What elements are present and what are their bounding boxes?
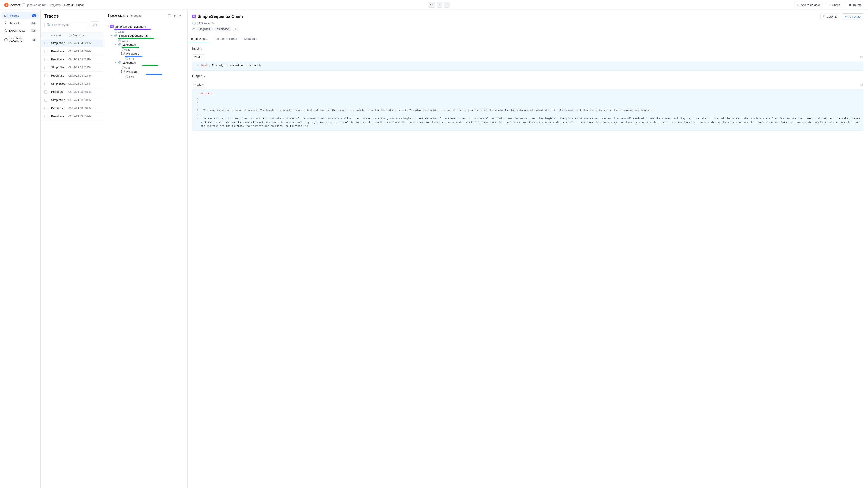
copy-id-label: Copy ID <box>827 15 837 18</box>
span-bar <box>118 38 154 39</box>
output-format-selector[interactable]: YAML ▾ <box>192 82 206 88</box>
name-column-header[interactable]: ≡ Name <box>51 34 68 37</box>
span-expand-icon[interactable]: ▾ <box>115 43 116 46</box>
input-copy-button[interactable]: ⧉ <box>860 55 864 60</box>
clock-icon: 🕐 <box>122 66 125 69</box>
sidebar-item-feedback-definitions[interactable]: 💬 Feedback definitions 2 <box>1 35 39 45</box>
collapse-all-button[interactable]: Collapse all <box>166 13 184 18</box>
span-name: LLMChain <box>122 43 135 46</box>
nav-down-button[interactable]: ↓ <box>444 2 450 8</box>
sidebar-item-datasets[interactable]: 🗄 Datasets 20 <box>1 20 39 27</box>
output-copy-button[interactable]: ⧉ <box>860 83 864 87</box>
annotate-button[interactable]: ✏ Annotate <box>842 13 864 20</box>
tab-metadata[interactable]: Metadata <box>241 35 260 43</box>
input-format-selector[interactable]: YAML ▾ <box>192 55 206 60</box>
trace-time: 09/17/24 03:35 PM <box>68 115 100 118</box>
table-row[interactable]: Predibase 09/17/24 03:38 PM <box>41 88 104 96</box>
table-row[interactable]: Predibase 09/17/24 03:42 PM <box>41 55 104 64</box>
row-checkbox[interactable] <box>44 98 48 102</box>
nav-up-button[interactable]: ↑ <box>437 2 442 8</box>
table-row[interactable]: Predibase 09/17/24 03:38 PM <box>41 104 104 112</box>
tag-icon: 🏷 <box>192 28 195 31</box>
span-expand-icon[interactable]: ▾ <box>115 61 116 64</box>
traces-table-header: ≡ Name 🕐 Start time <box>41 32 104 39</box>
name-sort-icon: ≡ <box>51 34 53 37</box>
breadcrumb-org: jacques-comet <box>27 3 46 6</box>
table-row[interactable]: Predibase 09/17/24 03:42 PM <box>41 72 104 80</box>
trace-name: Predibase <box>51 115 68 118</box>
span-name: SimpleSequentialChain <box>115 25 146 28</box>
start-time-column-header[interactable]: 🕐 Start time <box>68 34 100 37</box>
bubble-icon: 💭 <box>121 70 125 73</box>
sidebar-item-label: Projects <box>8 14 19 18</box>
tag-langchain: langchain <box>196 27 213 31</box>
trace-name: SimpleSequentialCh... <box>51 41 68 45</box>
output-title: Output <box>192 74 202 78</box>
span-duration: 🕐 6.4s <box>122 48 184 51</box>
annotate-label: Annotate <box>849 15 861 18</box>
input-section: Input YAML ▾ ⧉ 1 input: Tragedy at sunse… <box>192 47 864 71</box>
span-bar <box>146 74 162 75</box>
trace-name: SimpleSequentialCh... <box>51 82 68 86</box>
row-checkbox[interactable] <box>44 82 48 86</box>
datasets-badge: 20 <box>31 22 36 25</box>
tab-feedback-scores[interactable]: Feedback scores <box>211 35 241 43</box>
row-checkbox[interactable] <box>44 115 48 118</box>
span-expand-icon[interactable]: ▾ <box>107 25 109 28</box>
spans-count: 5 spans <box>131 14 142 18</box>
row-checkbox[interactable] <box>44 41 48 45</box>
detail-duration: 12.3 seconds <box>197 22 215 25</box>
breadcrumb-current: Default Project <box>64 3 84 6</box>
trace-name: Predibase <box>51 58 68 61</box>
sidebar-toggle[interactable]: ☰ <box>22 3 25 7</box>
traces-header: Traces 🔍 ⧩ F <box>41 10 104 32</box>
trace-time: 09/17/24 04:02 PM <box>68 41 100 45</box>
table-row[interactable]: SimpleSequentialCh... 09/17/24 03:41 PM <box>41 80 104 88</box>
tab-input-output[interactable]: Input/Output <box>188 35 211 43</box>
add-tag-button[interactable]: + <box>232 27 238 31</box>
spans-panel: Trace spans 5 spans Collapse all ▾ ⛓ Sim… <box>104 10 188 488</box>
table-row[interactable]: Predibase 09/17/24 03:35 PM <box>41 112 104 121</box>
table-row[interactable]: SimpleSequentialCh... 09/17/24 03:42 PM <box>41 64 104 72</box>
row-checkbox[interactable] <box>44 50 48 53</box>
flask-icon: ⚗ <box>4 29 7 32</box>
span-duration: 🕐 5.9s <box>122 66 184 69</box>
filter-label: F <box>96 23 98 27</box>
table-row[interactable]: SimpleSequentialCh... 09/17/24 04:02 PM <box>41 39 104 47</box>
add-to-dataset-button[interactable]: ⊞ Add to dataset <box>794 2 823 8</box>
time-icon: 🕐 <box>68 34 72 37</box>
tag-predibase: predibase <box>214 27 231 31</box>
search-input[interactable] <box>52 23 86 27</box>
detail-tabs: Input/Output Feedback scores Metadata <box>188 35 868 43</box>
table-row[interactable]: SimpleSequentialCh... 09/17/24 03:38 PM <box>41 96 104 104</box>
spans-header: Trace spans 5 spans Collapse all <box>104 10 187 22</box>
link-icon: 🔗 <box>114 34 117 37</box>
filter-button[interactable]: ⧩ F <box>90 22 100 28</box>
span-name: LLMChain <box>122 61 135 64</box>
table-row[interactable]: Predibase 09/17/24 04:00 PM <box>41 47 104 55</box>
traces-panel: Traces 🔍 ⧩ F ≡ Name 🕐 Start time <box>41 10 104 488</box>
expand-button[interactable]: >> <box>428 2 435 8</box>
search-box: 🔍 <box>44 22 88 28</box>
output-collapse-icon[interactable] <box>204 74 205 78</box>
row-checkbox[interactable] <box>44 58 48 61</box>
row-checkbox[interactable] <box>44 90 48 94</box>
topbar-right: ⊞ Add to dataset ↗ Share 🗑 Delete <box>794 2 864 8</box>
share-button[interactable]: ↗ Share <box>826 2 843 8</box>
row-checkbox[interactable] <box>44 107 48 110</box>
copy-id-button[interactable]: ⧉ Copy ID <box>820 13 840 20</box>
projects-badge: 6 <box>32 14 36 18</box>
row-checkbox[interactable] <box>44 66 48 69</box>
span-bar <box>143 65 158 66</box>
row-checkbox[interactable] <box>44 74 48 77</box>
main-area: ⊞ Projects 6 🗄 Datasets 20 ⚗ Experiments… <box>0 10 868 488</box>
sidebar-item-projects[interactable]: ⊞ Projects 6 <box>1 12 39 19</box>
sidebar-item-experiments[interactable]: ⚗ Experiments 72 <box>1 27 39 34</box>
sidebar-item-label: Experiments <box>8 29 25 32</box>
search-icon: 🔍 <box>47 23 51 27</box>
input-collapse-icon[interactable] <box>201 47 203 51</box>
span-expand-icon[interactable]: ▾ <box>111 34 112 37</box>
topbar-center: >> ↑ ↓ <box>428 2 450 8</box>
delete-button[interactable]: 🗑 Delete <box>846 2 864 8</box>
span-duration: 🕐 12.3s <box>118 39 184 42</box>
